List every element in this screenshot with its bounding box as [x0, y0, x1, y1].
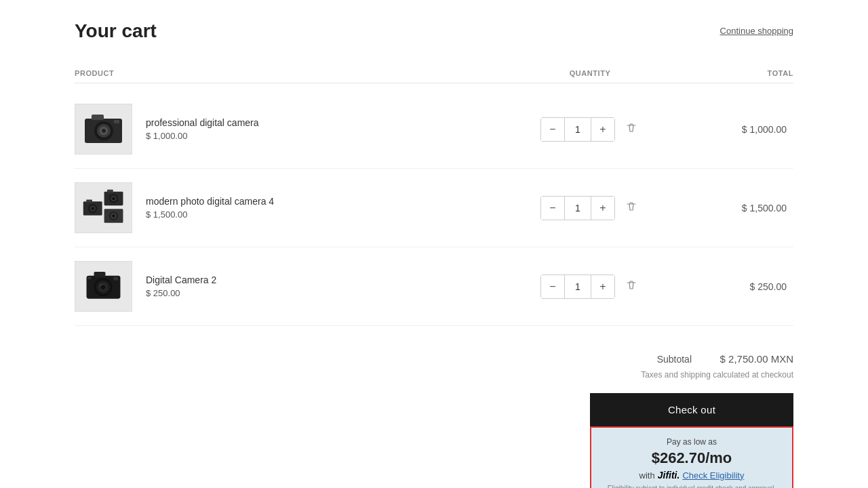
delete-item-2[interactable] — [623, 199, 639, 218]
jifiti-with-row: with Jifiti. Check Eligibility — [602, 470, 781, 481]
subtotal-value: $ 2,750.00 MXN — [712, 353, 793, 365]
svg-point-5 — [102, 129, 106, 133]
svg-rect-22 — [94, 272, 106, 277]
jifiti-with-text: with — [639, 470, 655, 481]
col-header-product: PRODUCT — [75, 69, 495, 77]
product-col-3: Digital Camera 2 $ 250.00 — [75, 261, 495, 312]
product-name-2: modern photo digital camera 4 — [146, 196, 274, 207]
jifiti-brand: Jifiti. — [658, 470, 680, 481]
product-price-1: $ 1,000.00 — [146, 131, 259, 141]
svg-rect-29 — [87, 277, 91, 279]
svg-point-20 — [112, 214, 115, 217]
cart-item-3: Digital Camera 2 $ 250.00 − 1 + $ 250.00 — [75, 247, 793, 326]
subtotal-label: Subtotal — [657, 354, 692, 365]
taxes-note: Taxes and shipping calculated at checkou… — [641, 370, 793, 380]
cart-footer: Subtotal $ 2,750.00 MXN Taxes and shippi… — [75, 353, 793, 488]
cart-items-list: professional digital camera $ 1,000.00 −… — [75, 90, 793, 326]
product-info-2: modern photo digital camera 4 $ 1,500.00 — [146, 196, 274, 220]
page-title: Your cart — [75, 20, 157, 42]
item-total-1: $ 1,000.00 — [685, 124, 793, 135]
product-name-3: Digital Camera 2 — [146, 274, 216, 285]
product-info-3: Digital Camera 2 $ 250.00 — [146, 274, 216, 298]
product-name-1: professional digital camera — [146, 117, 259, 128]
cart-item-2: modern photo digital camera 4 $ 1,500.00… — [75, 169, 793, 247]
continue-shopping-link[interactable]: Continue shopping — [720, 26, 793, 36]
svg-rect-16 — [107, 190, 113, 192]
qty-decrease-3[interactable]: − — [541, 275, 564, 298]
qty-controls-3: − 1 + — [540, 274, 615, 299]
jifiti-amount: $262.70/mo — [602, 449, 781, 467]
product-col-1: professional digital camera $ 1,000.00 — [75, 104, 495, 155]
table-header: PRODUCT QUANTITY TOTAL — [75, 69, 793, 83]
product-col-2: modern photo digital camera 4 $ 1,500.00 — [75, 182, 495, 233]
svg-point-15 — [112, 197, 115, 200]
product-image-1 — [75, 104, 132, 155]
product-price-3: $ 250.00 — [146, 288, 216, 298]
qty-increase-1[interactable]: + — [591, 118, 614, 141]
quantity-col-2: − 1 + — [495, 196, 685, 220]
product-price-2: $ 1,500.00 — [146, 209, 274, 220]
page-wrapper: Your cart Continue shopping PRODUCT QUAN… — [61, 0, 807, 488]
qty-decrease-1[interactable]: − — [541, 118, 564, 141]
quantity-col-3: − 1 + — [495, 274, 685, 299]
col-header-total: TOTAL — [685, 69, 793, 77]
jifiti-eligibility-link[interactable]: Check Eligibility — [682, 470, 744, 481]
cart-header: Your cart Continue shopping — [75, 20, 793, 42]
qty-value-1: 1 — [564, 118, 591, 141]
svg-rect-6 — [114, 120, 119, 123]
svg-rect-28 — [113, 277, 118, 281]
svg-rect-1 — [92, 115, 104, 120]
product-info-1: professional digital camera $ 1,000.00 — [146, 117, 259, 141]
qty-value-3: 1 — [564, 275, 591, 298]
subtotal-row: Subtotal $ 2,750.00 MXN — [657, 353, 793, 365]
quantity-col-1: − 1 + — [495, 117, 685, 142]
qty-decrease-2[interactable]: − — [541, 197, 564, 220]
delete-item-1[interactable] — [623, 120, 639, 139]
jifiti-pay-as-low: Pay as low as — [602, 437, 781, 447]
qty-controls-2: − 1 + — [540, 196, 615, 220]
svg-point-27 — [100, 284, 102, 286]
checkout-button[interactable]: Check out — [590, 393, 793, 426]
cart-item-1: professional digital camera $ 1,000.00 −… — [75, 90, 793, 169]
item-total-2: $ 1,500.00 — [685, 203, 793, 214]
svg-rect-11 — [86, 199, 92, 202]
svg-point-10 — [92, 207, 94, 209]
product-image-2 — [75, 182, 132, 233]
qty-increase-3[interactable]: + — [591, 275, 614, 298]
qty-value-2: 1 — [564, 197, 591, 220]
product-image-3 — [75, 261, 132, 312]
qty-increase-2[interactable]: + — [591, 197, 614, 220]
jifiti-disclaimer: Eligibility subject to individual credit… — [602, 485, 781, 488]
item-total-3: $ 250.00 — [685, 281, 793, 292]
col-header-quantity: QUANTITY — [495, 69, 685, 77]
delete-item-3[interactable] — [623, 277, 639, 296]
qty-controls-1: − 1 + — [540, 117, 615, 142]
checkout-section: Check out Pay as low as $262.70/mo with … — [590, 393, 793, 488]
jifiti-widget: Pay as low as $262.70/mo with Jifiti. Ch… — [590, 426, 793, 488]
